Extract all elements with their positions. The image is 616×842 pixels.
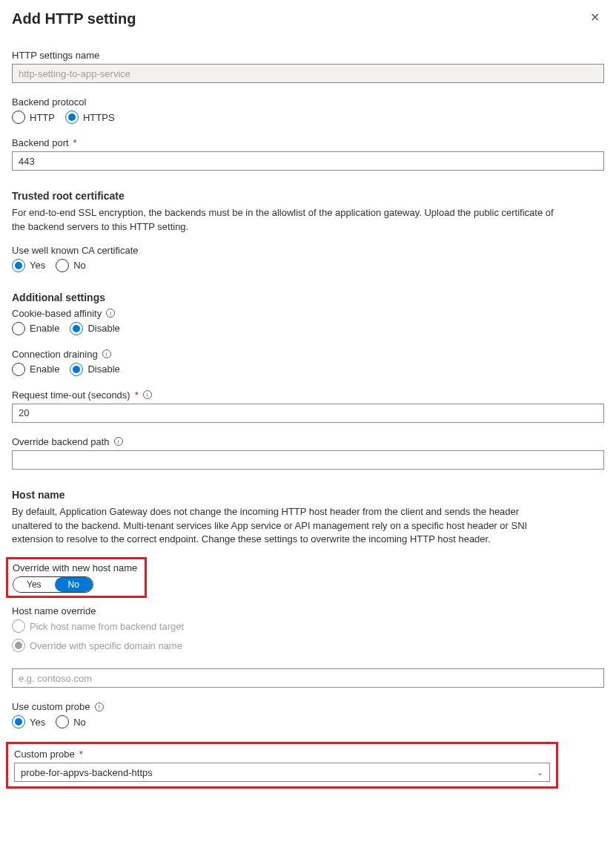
- host-name-override-label: Host name override: [12, 605, 604, 616]
- radio-label: Disable: [87, 323, 119, 334]
- info-icon[interactable]: i: [95, 703, 104, 711]
- well-known-ca-yes-radio[interactable]: Yes: [12, 259, 45, 272]
- required-asterisk: *: [79, 749, 83, 760]
- request-timeout-input[interactable]: [12, 404, 604, 423]
- custom-probe-highlight: Custom probe* probe-for-appvs-backend-ht…: [6, 742, 558, 789]
- radio-label: Enable: [30, 323, 59, 334]
- info-icon[interactable]: i: [143, 390, 152, 399]
- use-custom-probe-label: Use custom probe i: [12, 701, 604, 712]
- custom-probe-value: probe-for-appvs-backend-https: [21, 767, 153, 778]
- override-host-toggle[interactable]: Yes No: [13, 576, 93, 593]
- radio-label: Yes: [30, 260, 45, 271]
- info-icon[interactable]: i: [114, 437, 123, 446]
- radio-label: No: [73, 717, 86, 728]
- override-host-no[interactable]: No: [55, 577, 93, 592]
- backend-port-label: Backend port*: [12, 137, 604, 148]
- use-custom-probe-yes-radio[interactable]: Yes: [12, 715, 45, 728]
- http-settings-name-input[interactable]: [12, 64, 604, 83]
- additional-settings-heading: Additional settings: [12, 292, 604, 303]
- radio-label: HTTP: [30, 112, 55, 123]
- cookie-affinity-disable-radio[interactable]: Disable: [70, 322, 119, 335]
- chevron-down-icon: ⌄: [537, 768, 543, 777]
- radio-label: Enable: [30, 364, 59, 375]
- info-icon[interactable]: i: [102, 349, 111, 358]
- cookie-affinity-label: Cookie-based affinity i: [12, 308, 604, 319]
- page-title: Add HTTP setting: [12, 10, 136, 27]
- radio-label: Disable: [87, 364, 119, 375]
- backend-protocol-https-radio[interactable]: HTTPS: [65, 111, 115, 124]
- info-icon[interactable]: i: [106, 309, 115, 318]
- override-specific-domain-radio: Override with specific domain name: [12, 639, 604, 652]
- backend-protocol-http-radio[interactable]: HTTP: [12, 111, 55, 124]
- host-name-description: By default, Application Gateway does not…: [12, 505, 560, 547]
- custom-probe-select[interactable]: probe-for-appvs-backend-https ⌄: [14, 763, 550, 782]
- override-backend-path-label: Override backend path i: [12, 436, 604, 447]
- radio-label: HTTPS: [83, 112, 115, 123]
- well-known-ca-no-radio[interactable]: No: [56, 259, 86, 272]
- override-host-yes[interactable]: Yes: [13, 577, 55, 592]
- http-settings-name-label: HTTP settings name: [12, 50, 604, 61]
- connection-draining-label: Connection draining i: [12, 349, 604, 360]
- backend-port-input[interactable]: [12, 151, 604, 171]
- close-icon[interactable]: ✕: [586, 10, 604, 25]
- host-name-heading: Host name: [12, 489, 604, 501]
- connection-draining-enable-radio[interactable]: Enable: [12, 363, 59, 376]
- required-asterisk: *: [73, 137, 77, 148]
- radio-label: Pick host name from backend target: [30, 621, 184, 632]
- connection-draining-disable-radio[interactable]: Disable: [70, 363, 119, 376]
- well-known-ca-label: Use well known CA certificate: [12, 245, 604, 256]
- cookie-affinity-enable-radio[interactable]: Enable: [12, 322, 59, 335]
- override-host-highlight: Override with new host name Yes No: [6, 557, 147, 598]
- required-asterisk: *: [135, 389, 139, 401]
- request-timeout-label: Request time-out (seconds)* i: [12, 389, 604, 401]
- use-custom-probe-no-radio[interactable]: No: [56, 715, 86, 728]
- radio-label: No: [73, 260, 86, 271]
- radio-label: Override with specific domain name: [30, 640, 182, 651]
- custom-probe-label: Custom probe*: [14, 749, 550, 760]
- override-backend-path-input[interactable]: [12, 450, 604, 470]
- trusted-root-heading: Trusted root certificate: [12, 190, 604, 202]
- pick-host-from-backend-radio: Pick host name from backend target: [12, 619, 604, 633]
- override-host-label: Override with new host name: [13, 562, 140, 573]
- radio-label: Yes: [30, 717, 45, 728]
- backend-protocol-label: Backend protocol: [12, 96, 604, 108]
- specific-domain-input[interactable]: [12, 668, 604, 688]
- trusted-root-description: For end-to-end SSL encryption, the backe…: [12, 206, 560, 234]
